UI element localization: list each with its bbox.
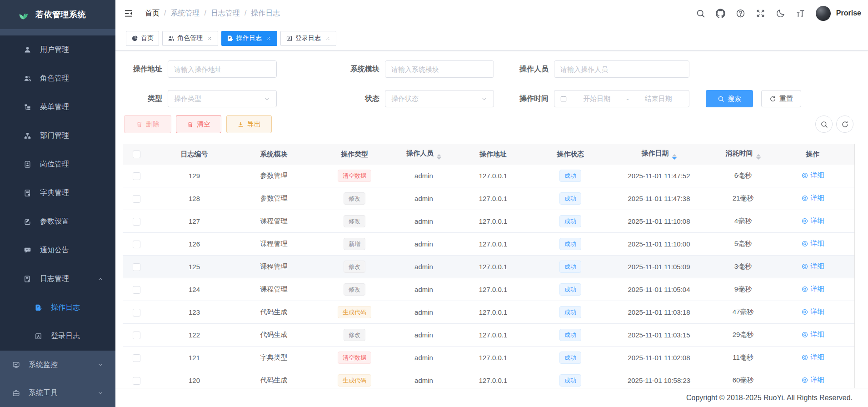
column-header-checkbox[interactable] [123, 150, 150, 159]
detail-link[interactable]: 详细 [801, 285, 824, 293]
search-icon[interactable] [696, 9, 705, 18]
table-cell: 清空数据 [309, 352, 400, 364]
tab-3[interactable]: 操作日志 [221, 31, 277, 46]
date-range-picker[interactable]: 开始日期 - 结束日期 [554, 90, 689, 107]
row-checkbox[interactable] [133, 286, 140, 294]
cell-address: 127.0.0.1 [479, 354, 508, 362]
sidebar-item-7[interactable]: 参数设置 [0, 207, 115, 236]
search-button[interactable]: 搜索 [706, 90, 753, 107]
row-checkbox[interactable] [133, 332, 140, 339]
row-checkbox[interactable] [133, 309, 140, 317]
table-cell: 21毫秒 [716, 194, 770, 203]
address-input[interactable] [168, 61, 276, 77]
type-select[interactable]: 操作类型 [168, 90, 277, 107]
sidebar-item-label: 操作日志 [51, 303, 80, 312]
column-header-label: 操作状态 [557, 150, 584, 158]
sidebar-item-3[interactable]: 菜单管理 [0, 93, 115, 121]
post-icon [24, 161, 31, 168]
sidebar-item-1[interactable]: 用户管理 [0, 35, 115, 64]
column-header-操作地址: 操作地址 [448, 150, 539, 159]
detail-link[interactable]: 详细 [801, 239, 824, 248]
table-cell: 代码生成 [239, 331, 309, 339]
cell-date: 2025-11-01 11:47:52 [628, 172, 690, 180]
row-checkbox[interactable] [133, 377, 140, 385]
sidebar-item-2[interactable]: 角色管理 [0, 64, 115, 93]
table-cell: 122 [150, 331, 239, 339]
row-checkbox[interactable] [133, 263, 140, 271]
table-cell: 成功 [539, 215, 602, 227]
table-cell: 127.0.0.1 [448, 354, 539, 362]
fullscreen-icon[interactable] [756, 9, 765, 18]
sidebar-item-11[interactable]: 登录日志 [0, 322, 115, 351]
cell-date: 2025-11-01 11:05:09 [628, 263, 690, 271]
row-checkbox[interactable] [133, 354, 140, 362]
sidebar-item-13[interactable]: 系统工具 [0, 379, 115, 407]
row-checkbox[interactable] [133, 195, 140, 203]
breadcrumb-item-1[interactable]: 首页 [145, 9, 160, 18]
username[interactable]: Prorise [836, 9, 861, 17]
detail-link[interactable]: 详细 [801, 194, 824, 202]
row-checkbox[interactable] [133, 218, 140, 226]
detail-link[interactable]: 详细 [801, 171, 824, 180]
sidebar-item-5[interactable]: 岗位管理 [0, 150, 115, 179]
column-header-操作人员[interactable]: 操作人员 [400, 149, 448, 160]
sidebar-item-4[interactable]: 部门管理 [0, 121, 115, 150]
detail-link[interactable]: 详细 [801, 307, 824, 316]
refresh-table-button[interactable] [836, 116, 853, 133]
sidebar-item-6[interactable]: 字典管理 [0, 179, 115, 207]
detail-link[interactable]: 详细 [801, 262, 824, 271]
end-date-placeholder: 结束日期 [634, 95, 684, 103]
row-checkbox[interactable] [133, 241, 140, 248]
cell-operator: admin [414, 195, 433, 202]
table-cell: 生成代码 [309, 306, 400, 318]
moon-icon[interactable] [776, 9, 785, 18]
breadcrumb-item-2: 系统管理 [170, 9, 200, 18]
sort-caret[interactable] [672, 154, 677, 160]
column-header-操作日期[interactable]: 操作日期 [602, 149, 716, 160]
cell-status-tag: 成功 [559, 283, 581, 296]
sort-caret[interactable] [437, 154, 441, 160]
delete-button-label: 删除 [146, 120, 160, 129]
tab-2[interactable]: 角色管理 [162, 31, 218, 46]
delete-button[interactable]: 删除 [124, 115, 171, 133]
question-icon[interactable] [736, 9, 745, 18]
table-cell [123, 217, 150, 226]
user-avatar[interactable] [816, 6, 831, 21]
detail-link[interactable]: 详细 [801, 216, 824, 225]
github-icon[interactable] [716, 9, 725, 18]
operator-input[interactable] [554, 61, 689, 77]
table-cell: 课程管理 [239, 262, 309, 271]
tab-4[interactable]: 登录日志 [280, 31, 336, 46]
app-logo[interactable]: 若依管理系统 [0, 0, 115, 29]
table-cell: 2025-11-01 11:03:15 [602, 331, 716, 339]
detail-link[interactable]: 详细 [801, 330, 824, 339]
sidebar-parent-item-partial[interactable] [0, 29, 115, 35]
column-header-消耗时间[interactable]: 消耗时间 [716, 149, 770, 160]
status-select[interactable]: 操作状态 [385, 90, 494, 107]
sidebar-item-10[interactable]: 操作日志 [0, 293, 115, 322]
toggle-search-button[interactable] [815, 116, 833, 133]
cell-operator: admin [414, 240, 433, 248]
collapse-sidebar-icon[interactable] [124, 9, 133, 18]
sidebar-item-8[interactable]: 通知公告 [0, 236, 115, 265]
cell-address: 127.0.0.1 [479, 308, 508, 316]
export-button[interactable]: 导出 [226, 115, 272, 133]
column-header-日志编号: 日志编号 [150, 150, 239, 159]
cell-date: 2025-11-01 11:03:15 [628, 331, 690, 339]
module-input[interactable] [385, 61, 494, 77]
sidebar-item-9[interactable]: 日志管理 [0, 265, 115, 293]
table-row-121: 121字典类型清空数据admin127.0.0.1成功2025-11-01 11… [123, 347, 854, 369]
table-cell: 代码生成 [239, 376, 309, 385]
cell-cost: 29毫秒 [733, 331, 754, 338]
detail-link[interactable]: 详细 [801, 353, 824, 362]
tab-1[interactable]: 首页 [126, 31, 159, 46]
font-size-icon[interactable] [796, 9, 805, 18]
sidebar-item-12[interactable]: 系统监控 [0, 351, 115, 379]
clear-button[interactable]: 清空 [176, 115, 221, 133]
reset-button[interactable]: 重置 [761, 90, 801, 107]
table-cell: 成功 [539, 306, 602, 318]
sort-caret[interactable] [756, 154, 761, 160]
row-checkbox[interactable] [133, 172, 140, 180]
detail-link[interactable]: 详细 [801, 376, 824, 384]
select-all-checkbox[interactable] [133, 151, 140, 158]
